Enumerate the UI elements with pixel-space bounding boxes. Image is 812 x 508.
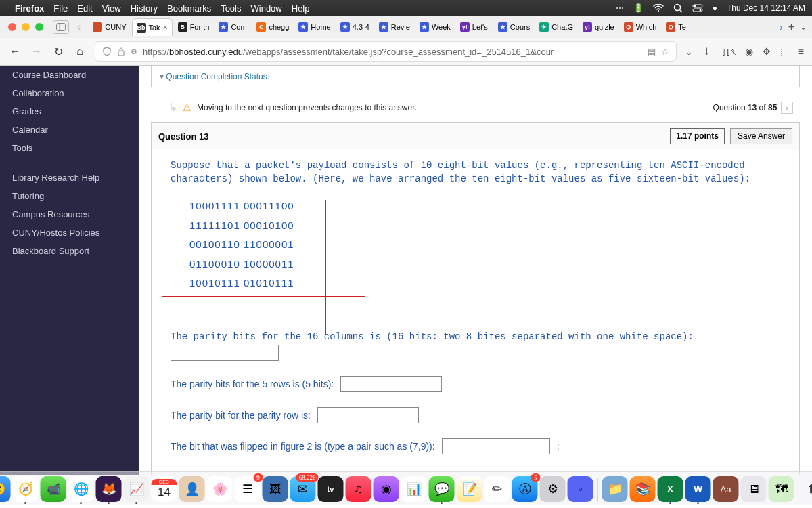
maximize-window-icon[interactable] [35,23,43,31]
dictionary-icon[interactable]: Aa [713,476,739,502]
facetime-icon[interactable]: 📹 [41,476,66,502]
bartender-icon[interactable]: ⋯ [616,3,624,13]
menu-window[interactable]: Window [251,3,282,14]
appletv-icon[interactable]: tv [318,476,344,502]
reader-mode-icon[interactable]: ▤ [648,47,656,57]
menu-history[interactable]: History [131,3,158,14]
app-menu-icon[interactable]: ≡ [798,46,804,57]
lock-icon[interactable] [117,47,125,56]
wifi-icon[interactable] [653,4,664,12]
app-name[interactable]: Firefox [15,3,44,14]
url-bar[interactable]: ⚙ https://bbhosted.cuny.edu/webapps/asse… [95,41,677,62]
close-window-icon[interactable] [8,23,16,31]
screenshot-icon[interactable]: 🖥 [741,476,767,502]
browser-tab[interactable]: ★Home [294,18,334,36]
extensions-icon[interactable]: ✥ [763,46,771,57]
sidebar-item[interactable]: CUNY/Hostos Policies [0,224,139,242]
parity-16-input[interactable] [171,345,279,361]
forward-button[interactable]: → [30,45,43,58]
preview-icon[interactable]: 🖼 [263,476,288,502]
sidebar-toggle-icon[interactable] [53,20,69,34]
library-icon[interactable]: ⫿⫿⑊ [721,46,736,57]
bookmark-star-icon[interactable]: ☆ [661,47,669,57]
browser-tab[interactable]: ★4.3-4 [336,18,374,36]
sidebar-item[interactable]: Blackboard Support [0,242,139,260]
browser-tab[interactable]: ★Revie [375,18,414,36]
word-icon[interactable]: W [685,476,711,502]
excel-icon[interactable]: X [658,476,683,502]
contacts-icon[interactable]: 👤 [179,476,205,502]
sidebar-item[interactable]: Grades [0,102,139,121]
folder-icon[interactable]: 📁 [602,476,628,502]
maps-icon[interactable]: 🗺 [769,476,794,502]
sidebar-item[interactable]: Collaboration [0,84,139,102]
parity-5-input[interactable] [340,376,442,392]
downloads-icon[interactable]: ⭳ [702,46,712,57]
settings-icon[interactable]: ⚙ [540,476,566,502]
browser-tab[interactable]: ★Cours [494,18,534,36]
reminders-icon[interactable]: ☰9 [235,476,261,502]
firefox-icon[interactable]: 🦊 [96,476,122,502]
flipped-bit-input[interactable] [442,438,550,454]
menu-bookmarks[interactable]: Bookmarks [167,3,211,14]
clock[interactable]: Thu Dec 14 12:14 AM [727,3,805,13]
numbers-icon[interactable]: 📊 [401,476,427,502]
new-tab-button[interactable]: + [788,21,794,33]
photos-icon[interactable]: 🌸 [207,476,233,502]
shield-icon[interactable] [102,47,112,56]
minimize-window-icon[interactable] [22,23,30,31]
pocket-icon[interactable]: ⌄ [685,46,693,57]
activity-monitor-icon[interactable]: 📈 [124,476,150,502]
next-question-button[interactable]: › [781,102,793,114]
finder-icon[interactable]: 🙂 [0,476,11,502]
browser-tab[interactable]: ★Com [215,18,251,36]
home-button[interactable]: ⌂ [73,45,87,58]
permissions-icon[interactable]: ⚙ [131,47,137,56]
menu-tools[interactable]: Tools [221,3,241,14]
sidebar-item[interactable]: Course Dashboard [0,66,139,84]
battery-icon[interactable]: 🔋 [633,3,644,13]
parity-row-input[interactable] [317,407,419,423]
browser-tab[interactable]: QWhich [620,18,661,36]
calendar-icon[interactable]: DEC 14 [152,476,177,502]
tab-overflow-icon[interactable]: ⌄ [800,22,807,32]
menu-view[interactable]: View [102,3,121,14]
trash-icon[interactable]: 🗑 [800,475,813,502]
sidebar-item[interactable]: Tutoring [0,187,139,205]
browser-tab[interactable]: QTe [662,18,698,36]
browser-tab[interactable]: y!Let's [456,18,493,36]
completion-status-bar[interactable]: Question Completion Status: [151,66,800,87]
browser-tab[interactable]: y!quizle [579,18,618,36]
sidebar-item[interactable]: Tools [0,139,139,157]
browser-tab[interactable]: ★Week [415,18,455,36]
sidebar-item[interactable]: Campus Resources [0,205,139,224]
browser-tab[interactable]: BbTak× [132,18,173,36]
list-all-tabs-icon[interactable]: › [780,22,783,33]
freeform-icon[interactable]: ✏ [484,476,510,502]
menu-edit[interactable]: Edit [77,3,92,14]
window-controls[interactable] [8,23,43,31]
sidebar-item[interactable]: Calendar [0,121,139,139]
sidebar-item[interactable]: Library Research Help [0,169,139,187]
account-icon[interactable]: ◉ [745,46,753,57]
appstore-icon[interactable]: Ⓐ5 [512,476,538,502]
browser-tab[interactable]: BFor th [174,18,214,36]
save-answer-button[interactable]: Save Answer [730,128,792,144]
books-icon[interactable]: 📚 [630,476,656,502]
menu-help[interactable]: Help [292,3,310,14]
notes-icon[interactable]: 📝 [457,476,482,502]
discord-icon[interactable]: ◦ [568,476,593,502]
control-center-icon[interactable] [692,4,703,12]
browser-tab[interactable]: CUNY [89,18,130,36]
extension2-icon[interactable]: ⬚ [780,46,789,57]
siri-icon[interactable]: ● [713,3,717,13]
music-icon[interactable]: ♫ [346,476,371,502]
chrome-icon[interactable]: 🌐 [68,476,94,502]
search-icon[interactable] [673,3,683,13]
messages-icon[interactable]: 💬 [429,476,455,502]
back-button[interactable]: ← [8,45,22,58]
close-tab-icon[interactable]: × [163,23,168,33]
menu-file[interactable]: File [53,3,68,14]
browser-tab[interactable]: ✦ChatG [535,18,577,36]
mail-icon[interactable]: ✉68,228 [290,476,316,502]
